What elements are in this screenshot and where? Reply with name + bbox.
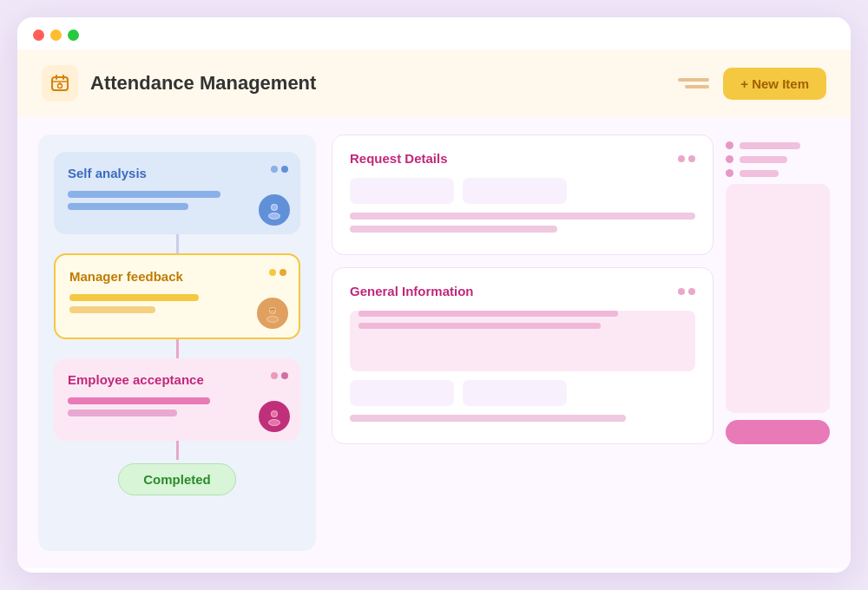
employee-acceptance-avatar	[259, 401, 290, 432]
connector-2	[176, 339, 179, 358]
manager-feedback-avatar	[257, 298, 288, 329]
connector-3	[176, 441, 179, 460]
header-right: + New Item	[678, 68, 826, 100]
side-list-item-3	[726, 169, 830, 177]
side-list-dot-2	[726, 155, 733, 163]
manager-feedback-title: Manager feedback	[69, 269, 285, 284]
side-list-dot-3	[726, 169, 733, 177]
page-title: Attendance Management	[90, 72, 316, 95]
side-list-line-2	[740, 156, 787, 163]
request-field-1[interactable]	[350, 178, 454, 204]
svg-point-16	[272, 411, 277, 416]
detail-sidebar	[726, 134, 830, 444]
side-action-button[interactable]	[726, 420, 830, 444]
close-dot[interactable]	[33, 30, 44, 41]
self-analysis-avatar	[259, 194, 290, 226]
header-left: Attendance Management	[42, 65, 316, 102]
menu-icon[interactable]	[678, 78, 709, 88]
self-analysis-lines	[68, 191, 286, 210]
self-analysis-title: Self analysis	[68, 166, 286, 180]
workflow-card-self-analysis[interactable]: Self analysis	[54, 152, 300, 234]
general-info-section: General Information	[332, 267, 713, 444]
main-content: Self analysis	[17, 117, 851, 568]
svg-point-8	[272, 205, 277, 210]
app-header: Attendance Management + New Item	[17, 49, 851, 117]
request-details-section: Request Details	[332, 134, 713, 255]
general-field-1[interactable]	[350, 380, 454, 406]
general-info-textarea[interactable]	[350, 311, 695, 371]
request-line-2	[350, 226, 557, 233]
request-details-title: Request Details	[350, 151, 448, 166]
side-list-item-2	[726, 155, 830, 163]
workflow-card-manager-feedback[interactable]: Manager feedback	[54, 253, 300, 339]
detail-main: Request Details	[332, 134, 713, 444]
completed-badge: Completed	[118, 463, 236, 495]
general-fields-row	[350, 380, 695, 406]
request-details-options[interactable]	[678, 155, 695, 162]
card-options-self	[271, 166, 288, 173]
general-field-2[interactable]	[463, 380, 567, 406]
side-list-line-3	[740, 170, 779, 177]
svg-point-9	[269, 213, 279, 219]
new-item-button[interactable]: + New Item	[723, 68, 826, 100]
request-details-header: Request Details	[350, 151, 695, 166]
employee-acceptance-lines	[68, 397, 286, 416]
maximize-dot[interactable]	[68, 30, 79, 41]
detail-sections-row: Request Details	[332, 134, 830, 444]
request-field-2[interactable]	[463, 178, 567, 204]
titlebar	[17, 17, 851, 49]
svg-point-13	[267, 317, 278, 322]
manager-feedback-lines	[69, 294, 285, 313]
side-image	[726, 184, 830, 413]
app-window: Attendance Management + New Item Self an…	[17, 17, 851, 573]
request-fields-row	[350, 178, 695, 204]
employee-acceptance-title: Employee acceptance	[68, 372, 286, 387]
workflow-panel: Self analysis	[38, 134, 316, 551]
connector-1	[176, 234, 179, 253]
app-icon	[42, 65, 78, 102]
workflow-card-employee-acceptance[interactable]: Employee acceptance	[54, 358, 300, 441]
card-options-employee	[271, 372, 288, 379]
request-line-1	[350, 213, 695, 220]
svg-point-17	[269, 420, 279, 425]
side-list	[726, 134, 830, 177]
general-line-1	[350, 415, 626, 422]
card-options-manager	[269, 269, 286, 276]
side-list-item-1	[726, 141, 830, 149]
general-info-title: General Information	[350, 284, 474, 298]
details-panel: Request Details	[332, 134, 830, 551]
general-info-header: General Information	[350, 284, 695, 298]
side-list-line-1	[740, 142, 800, 149]
minimize-dot[interactable]	[50, 30, 62, 41]
general-info-options[interactable]	[678, 288, 695, 295]
side-list-dot-1	[726, 141, 733, 149]
